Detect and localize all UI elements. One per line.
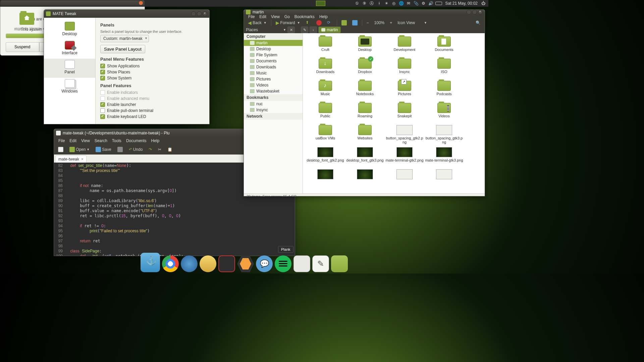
file-cruft[interactable]: Cruft [306, 36, 345, 58]
dock-caja-icon[interactable] [331, 255, 348, 272]
view-mode-dropdown[interactable]: Icon View▼ [395, 19, 429, 26]
zoom-in[interactable]: + [388, 19, 394, 26]
file-mate-terminal-gtk3-png[interactable]: mate-terminal-gtk3.png [424, 146, 464, 169]
new-doc-button[interactable] [56, 146, 65, 153]
undo-button[interactable]: ↶Undo [127, 146, 145, 153]
checkbox-show-places[interactable]: Show Places [100, 70, 205, 74]
menu-go[interactable]: Go [282, 14, 292, 19]
path-segment-martin[interactable]: martin [318, 26, 341, 33]
shutdown-close[interactable] [139, 1, 143, 5]
checkbox-enable-launcher[interactable]: Enable launcher [100, 102, 205, 107]
file-thumb[interactable] [385, 169, 424, 191]
mail-icon[interactable]: ✉ [406, 1, 411, 6]
file-snakepit[interactable]: Snakepit [385, 102, 424, 124]
shutdown-titlebar[interactable] [0, 0, 145, 6]
file-notebooks[interactable]: Notebooks [345, 80, 385, 102]
file-dropbox[interactable]: Dropbox [345, 58, 385, 80]
battery-icon[interactable] [435, 2, 442, 5]
menu-help[interactable]: Help [317, 14, 330, 19]
redo-button[interactable]: ↷ [147, 146, 154, 153]
file-pictures[interactable]: Pictures [385, 80, 424, 102]
workspace-switcher-icon[interactable] [316, 1, 325, 6]
settings-icon[interactable]: ⚙ [421, 1, 426, 6]
sidebar-item-nuc[interactable]: nuc [244, 101, 303, 107]
dock-plank-icon[interactable] [141, 253, 160, 272]
file-podcasts[interactable]: Podcasts [424, 80, 464, 102]
search-button[interactable]: 🔍 [474, 19, 483, 26]
dock-thunderbird-icon[interactable] [181, 255, 198, 272]
indicator-a-icon[interactable]: Ⓐ [369, 1, 374, 6]
dock-spotify-icon[interactable] [275, 255, 291, 272]
print-button[interactable] [115, 146, 125, 153]
nav-panel[interactable]: Panel [44, 59, 95, 78]
computer-button[interactable] [350, 19, 360, 26]
checkbox-show-system[interactable]: Show System [100, 76, 205, 80]
p-menu-help[interactable]: Help [149, 138, 162, 143]
caja-close[interactable] [478, 10, 483, 14]
indicator-1-icon[interactable]: ① [354, 1, 360, 6]
indicator-9-icon[interactable]: ⑨ [362, 1, 367, 6]
menu-edit[interactable]: Edit [257, 14, 269, 19]
caja-minimize[interactable] [467, 10, 471, 14]
nav-desktop[interactable]: Desktop [44, 20, 95, 40]
shutdown-icon[interactable]: ⏻ [481, 1, 486, 6]
file-music[interactable]: Music [306, 80, 345, 102]
p-menu-search[interactable]: Search [92, 138, 110, 143]
file-downloads[interactable]: Downloads [306, 58, 345, 80]
file-button-spacing-gtk2-png[interactable]: button_spacing_gtk2.png [385, 124, 424, 146]
checkbox-enable-pull-down-terminal[interactable]: Enable pull-down terminal [100, 108, 205, 113]
places-dropdown[interactable]: Places▼ [246, 27, 286, 32]
desktop-home-icon[interactable]: martin's Home [13, 13, 40, 31]
reload-button[interactable]: ⟳ [325, 19, 334, 26]
layout-dropdown[interactable]: Custom: martin-tweak [100, 35, 149, 42]
p-menu-view[interactable]: View [79, 138, 92, 143]
file-mate-terminal-gtk2-png[interactable]: mate-terminal-gtk2.png [385, 146, 424, 169]
file-ualbox-vms[interactable]: ualBox VMs [306, 124, 345, 146]
dock-terminal-icon[interactable] [218, 255, 235, 272]
sidebar-item-wastebasket[interactable]: Wastebasket [244, 88, 303, 94]
bluetooth-icon[interactable]: ᚼ [376, 1, 382, 6]
file-websites[interactable]: Websites [345, 124, 385, 146]
suspend-button[interactable]: Suspend [6, 42, 39, 52]
network-icon[interactable]: 🌐 [398, 1, 404, 6]
volume-icon[interactable]: 🔊 [428, 1, 433, 6]
stop-button[interactable] [314, 19, 324, 26]
dock-chrome-icon[interactable] [162, 255, 179, 272]
dock-chat-icon[interactable] [256, 255, 273, 272]
copy-button[interactable]: 📋 [165, 146, 174, 153]
tweak-titlebar[interactable]: MATE Tweak [44, 10, 209, 18]
nav-interface[interactable]: Interface [44, 40, 95, 59]
sidebar-item-pictures[interactable]: Pictures [244, 76, 303, 82]
sidebar-item-desktop[interactable]: Desktop [244, 46, 303, 52]
sidebar-item-insync[interactable]: Insync [244, 107, 303, 113]
close-sidebar-button[interactable]: ✕ [287, 26, 295, 33]
file-desktop-font-gtk2-png[interactable]: desktop_font_gtk2.png [306, 146, 345, 169]
file-insync[interactable]: Insync [385, 58, 424, 80]
save-layout-button[interactable]: Save Panel Layout [100, 45, 145, 53]
file-desktop[interactable]: Desktop [345, 36, 385, 58]
location-icon[interactable]: ◎ [391, 1, 396, 6]
forward-button[interactable]: ▶Forward▼ [274, 19, 302, 26]
brightness-icon[interactable]: ☀ [384, 1, 389, 6]
path-back-button[interactable]: ‹ [310, 26, 317, 33]
file-development[interactable]: Development [385, 36, 424, 58]
file-iso[interactable]: ISO [424, 58, 464, 80]
clip-icon[interactable]: 📎 [413, 1, 419, 6]
maximize-button[interactable] [197, 11, 202, 16]
file-videos[interactable]: Videos [424, 102, 464, 124]
tab-close-icon[interactable]: × [81, 157, 84, 162]
file-desktop-font-gtk3-png[interactable]: desktop_font_gtk3.png [345, 146, 385, 169]
sidebar-item-downloads[interactable]: Downloads [244, 64, 303, 70]
dock-hexchat-icon[interactable] [237, 255, 254, 272]
file-documents[interactable]: Documents [424, 36, 464, 58]
sidebar-item-videos[interactable]: Videos [244, 82, 303, 88]
zoom-out[interactable]: − [365, 19, 371, 26]
sidebar-item-music[interactable]: Music [244, 70, 303, 76]
dock-trophy-icon[interactable] [200, 255, 216, 272]
sidebar-item-documents[interactable]: Documents [244, 58, 303, 64]
p-menu-documents[interactable]: Documents [124, 138, 149, 143]
file-public[interactable]: Public [306, 102, 345, 124]
menu-file[interactable]: File [246, 14, 257, 19]
home-button[interactable] [339, 19, 349, 26]
file-roaming[interactable]: Roaming [345, 102, 385, 124]
